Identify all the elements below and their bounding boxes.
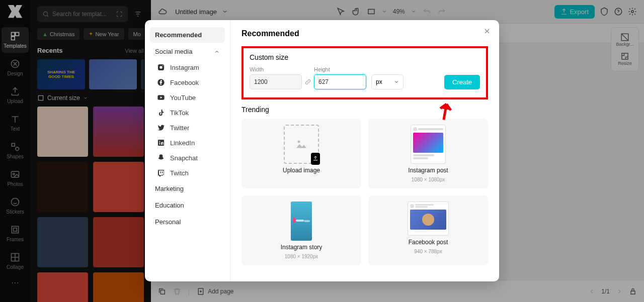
trend-upload-image[interactable]: Upload image [242,119,361,188]
menu-facebook[interactable]: Facebook [150,75,225,89]
menu-social-media[interactable]: Social media [150,44,225,59]
menu-marketing[interactable]: Marketing [150,181,225,196]
chevron-up-icon [214,49,220,55]
chevron-down-icon [394,79,399,84]
lock-ratio-icon[interactable] [303,74,313,89]
svg-point-24 [163,65,164,66]
height-input[interactable] [314,74,366,89]
svg-point-29 [298,141,300,143]
menu-linkedin[interactable]: LinkedIn [150,136,225,150]
menu-youtube[interactable]: YouTube [150,90,225,105]
width-label: Width [250,66,302,72]
unit-select[interactable]: px [371,74,404,89]
modal-title: Recommended [242,29,488,38]
menu-recommended[interactable]: Recommended [150,27,225,43]
image-icon [294,137,309,152]
height-label: Height [314,66,366,72]
svg-point-28 [159,141,160,142]
modal-left-menu: Recommended Social media Instagram Faceb… [145,20,230,281]
menu-personal[interactable]: Personal [150,214,225,230]
size-modal: Recommended Social media Instagram Faceb… [145,20,499,281]
upload-icon [312,155,318,161]
trend-facebook-post[interactable]: Facebook post 940 × 788px [368,195,488,265]
close-icon[interactable] [483,27,491,37]
menu-instagram[interactable]: Instagram [150,60,225,74]
custom-size-section: Custom size Width Height px Create [242,46,488,99]
menu-education[interactable]: Education [150,197,225,213]
menu-twitter[interactable]: Twitter [150,121,225,135]
trend-instagram-post[interactable]: Instagram post 1080 × 1080px [368,119,488,188]
custom-size-title: Custom size [250,53,480,61]
menu-twitch[interactable]: Twitch [150,166,225,180]
create-button[interactable]: Create [444,75,480,89]
menu-snapchat[interactable]: Snapchat [150,151,225,165]
menu-tiktok[interactable]: TikTok [150,106,225,120]
trend-instagram-story[interactable]: Instagram story 1080 × 1920px [242,195,361,265]
width-input[interactable] [250,74,302,89]
svg-point-23 [159,66,162,68]
modal-right: Recommended Custom size Width Height px … [230,20,499,281]
